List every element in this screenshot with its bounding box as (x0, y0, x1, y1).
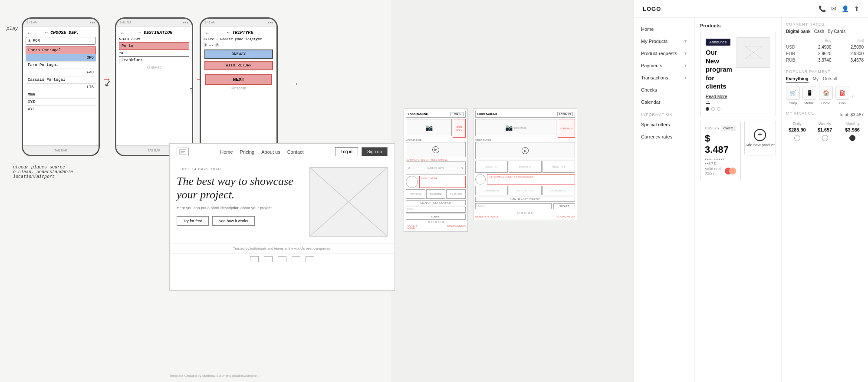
read-more-link[interactable]: Read More → (706, 94, 732, 104)
rates-tab-cards[interactable]: By Cards (828, 29, 845, 35)
nav-pricing[interactable]: Pricing (240, 149, 255, 155)
desktop-video-label: VIDEO PLAYER (475, 139, 575, 142)
nav-calendar[interactable]: Calendar (634, 96, 694, 108)
nav-product-requests[interactable]: Product requests ▼ (634, 47, 694, 59)
desktop-feature2: FEATURE #2 (509, 186, 541, 195)
announce-badge: Announce (706, 39, 730, 46)
nav-my-products[interactable]: My Products ▼ (634, 35, 694, 47)
lw-headline: The best way to showcase your project. (177, 175, 302, 201)
phone1-item7[interactable]: Mmm (26, 91, 96, 99)
payment-tab-everything[interactable]: Everything (786, 76, 809, 82)
mail-icon[interactable]: ✉ (831, 5, 836, 12)
phone1-item6[interactable]: LIS (26, 84, 96, 91)
see-how-btn[interactable]: See how it works (212, 216, 255, 226)
phone2-frame: 9:41 AM●●● ← ← DESTINATION STEP1 FROM Po… (115, 17, 193, 156)
popular-payment-label: POPULAR PAYMENT (786, 69, 864, 74)
nav-home[interactable]: Home (634, 23, 694, 35)
wf-desktop-submit[interactable]: SUBMIT (553, 203, 575, 209)
payment-shop[interactable]: 🛒 Shop (786, 86, 800, 105)
nav-currency-rates[interactable]: Currency rates (634, 131, 694, 143)
nav-transactions[interactable]: Transactions ▼ (634, 72, 694, 84)
phone1-search[interactable]: a POR_ (26, 37, 96, 45)
wf-mobile-email[interactable]: EMAIL . . . (406, 207, 466, 213)
add-circle-icon: + (754, 129, 766, 141)
wf-desktop-email[interactable]: EMAIL . . . (475, 203, 552, 209)
login-btn[interactable]: Log in (335, 147, 358, 156)
payment-tab-oneoff[interactable]: One-off (823, 76, 837, 82)
phone3-oneway[interactable]: ONEWAY (204, 49, 273, 59)
phone3-nav: ← ← TRIPTYPE (204, 29, 274, 37)
dot2 (431, 221, 434, 223)
phone2-porto[interactable]: Porto (119, 42, 189, 50)
payment-gas[interactable]: ⛽ Gas (835, 86, 849, 105)
nav-contact[interactable]: Contact (287, 149, 304, 155)
wf-desktop-benefits: BENEFIT #1 BENEFIT #2 BENEFIT #3 (475, 161, 575, 173)
nav-home[interactable]: Home (220, 149, 233, 155)
payment-chevron[interactable]: › (852, 92, 854, 99)
desktop-camera-icon: 📷 (505, 124, 513, 131)
finance-daily: Daily $285.90 (786, 122, 809, 141)
wf-mobile-signup: SIGN UP / GET STARTED (406, 200, 466, 205)
phone3-next[interactable]: NEXT (205, 74, 272, 85)
desktop-dot2 (521, 212, 523, 214)
desktop-dot4 (528, 212, 530, 214)
try-free-btn[interactable]: Try for free (177, 216, 209, 226)
shop-icon: 🛒 (786, 86, 800, 100)
payment-tab-my[interactable]: My (813, 76, 819, 82)
my-finance-section: MY FINANCE Total: $3.487 Daily $285.90 W… (786, 111, 864, 141)
lw-header-btns: Log in Sign up (335, 147, 388, 156)
wf-mobile-slider[interactable]: < SLIDE TO MOVE > (406, 161, 466, 175)
phone-icon[interactable]: 📞 (819, 5, 826, 12)
wf-desktop-features: FEATURE #1 FEATURE #2 FEATURE #3 (475, 186, 575, 195)
user-icon[interactable]: 👤 (842, 5, 849, 12)
svg-line-5 (310, 168, 387, 236)
payment-mobile[interactable]: 📱 Mobile (802, 86, 816, 105)
rates-tab-digital[interactable]: Digital bank (786, 29, 811, 35)
wf-desktop-login[interactable]: LOGIN IN (557, 112, 573, 116)
banking-main: Products Announce Our New program for cl… (695, 18, 781, 382)
finance-weekly: Weekly $1.657 (814, 122, 836, 141)
phone3-return[interactable]: WITH RETURN (204, 61, 273, 70)
phone1-item4[interactable]: FAO (26, 69, 96, 76)
benefit2: BENEFIT #2 (509, 161, 541, 173)
wf-mobile-submit[interactable]: SUBMIT (406, 214, 466, 220)
desktop-dot5 (531, 212, 533, 214)
phone2-to-label: TO (119, 51, 189, 55)
social-icon3 (278, 256, 286, 262)
payment-home[interactable]: 🏠 Home (819, 86, 833, 105)
phone1-item1[interactable]: Porto Portugal (26, 46, 96, 54)
upload-icon[interactable]: ⬆ (854, 5, 859, 12)
products-label: Products (700, 23, 776, 28)
add-product-card[interactable]: + Add new product (744, 121, 776, 155)
card-id: DK9875 (705, 126, 719, 130)
phone1-item2[interactable]: OPO (26, 54, 96, 62)
rates-tabs: Digital bank Cash By Cards (786, 29, 864, 35)
phone1-item9[interactable]: XYZ (26, 106, 96, 113)
play-btn[interactable]: ▶ (432, 146, 439, 153)
nav-special-offers[interactable]: Special offers (634, 119, 694, 131)
featured-card: Announce Our New program for clients Rea… (700, 32, 776, 116)
nav-about[interactable]: About us (261, 149, 280, 155)
nav-checks[interactable]: Checks (634, 84, 694, 96)
dot5 (442, 221, 444, 223)
radio-weekly[interactable] (822, 135, 828, 141)
nav-payments[interactable]: Payments ▼ (634, 59, 694, 72)
slider-label: FEATURE #1 - SLIDER: PRESS TO MOVE (406, 158, 466, 161)
wf-desktop-testimonials: TESTIMONIALS (SLIDER 3-5 TESTIMONIALS) (475, 174, 575, 184)
phone1-item3[interactable]: Faro Portugal (26, 62, 96, 69)
rates-tab-cash[interactable]: Cash (814, 29, 824, 35)
feature2: FEATURE (426, 189, 446, 199)
wf-mobile-login[interactable]: LOG IN (450, 112, 464, 116)
radio-daily[interactable] (794, 135, 800, 141)
wf-mobile-footer-labels: FOOTERMENU SOCIAL MEDIA (406, 224, 466, 230)
phone1-tabbar: TAB BAR (23, 145, 99, 155)
desktop-feature1: FEATURE #1 (475, 186, 508, 195)
lw-footer-note: Trusted by individuals and teams at the … (170, 244, 395, 253)
signup-btn[interactable]: Sign up (362, 147, 388, 156)
phone1-item8[interactable]: XYZ (26, 99, 96, 106)
desktop-footer-menu-label: MENU ON FOOTER (475, 215, 499, 218)
phone2-frankfurt[interactable]: Frankfurt (119, 56, 189, 64)
phone1-item5[interactable]: Cascais Portugal (26, 76, 96, 84)
radio-monthly[interactable] (849, 135, 855, 141)
desktop-play-btn[interactable]: ▶ (522, 147, 529, 154)
